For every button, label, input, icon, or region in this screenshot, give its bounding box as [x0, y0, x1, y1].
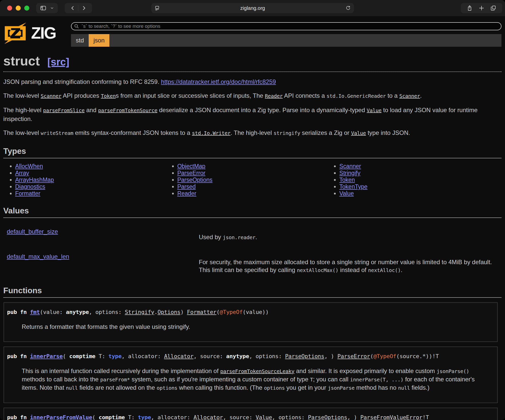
inline-link[interactable]: ParseOptions	[308, 414, 347, 420]
inline-link[interactable]: Reader	[265, 93, 283, 99]
function-block-fmt: pub fn fmt(value: anytype, options: Stri…	[4, 302, 498, 342]
type-list-item: Scanner	[339, 163, 501, 170]
value-link-default-max-value-len[interactable]: default_max_value_len	[7, 253, 69, 260]
inline-text: , allocator:	[122, 353, 164, 359]
inline-text: , options:	[249, 353, 285, 359]
inline-text: (value:	[40, 309, 66, 315]
inline-link[interactable]: parseFromTokenSourceLeaky	[220, 368, 295, 374]
close-window-button[interactable]	[7, 6, 12, 11]
inline-link[interactable]: Allocator	[194, 414, 223, 420]
type-link[interactable]: Formatter	[15, 190, 40, 197]
sidebar-control-group	[36, 3, 58, 13]
inline-link[interactable]: Allocator	[164, 353, 194, 359]
search-icon	[74, 24, 79, 29]
inline-link[interactable]: parseFromSlice	[43, 107, 84, 113]
browser-window: ziglang.org	[0, 0, 505, 420]
inline-link[interactable]: std.Io.Writer	[192, 130, 231, 136]
inline-link[interactable]: Token	[101, 93, 116, 99]
inline-link[interactable]: Options	[158, 309, 181, 315]
sidebar-icon	[40, 5, 46, 11]
inline-text: , options:	[272, 414, 308, 420]
inline-text: @TypeOf	[220, 309, 243, 315]
tab-std[interactable]: std	[71, 34, 89, 47]
type-link[interactable]: Value	[339, 190, 354, 197]
inline-link[interactable]: ParseFromValueError	[360, 414, 422, 420]
site-header: ZIG std json	[0, 16, 505, 47]
inline-text: method has no	[355, 384, 398, 391]
window-actions-group	[461, 3, 502, 13]
inline-text: anytype	[226, 353, 249, 359]
inline-link[interactable]: innerParseFromValue	[30, 414, 92, 420]
type-link[interactable]: AllocWhen	[15, 163, 43, 169]
search-input[interactable]	[71, 22, 501, 30]
type-list-item: Parsed	[177, 183, 340, 190]
inline-text: jsonParse()	[437, 368, 469, 374]
values-heading: Values	[3, 206, 501, 218]
tab-json[interactable]: json	[89, 34, 109, 47]
intro-paragraph: The low-level writeStream emits syntax-c…	[3, 129, 501, 137]
traffic-lights	[7, 6, 29, 11]
inline-link[interactable]: Scanner	[399, 93, 420, 99]
type-link[interactable]: Reader	[177, 190, 196, 197]
inline-text: .	[401, 266, 402, 273]
type-link[interactable]: ObjectMap	[177, 163, 205, 169]
inline-link[interactable]: parseFromTokenSource	[98, 107, 157, 113]
type-link[interactable]: Parsed	[177, 183, 196, 190]
inline-text: stringify	[274, 130, 300, 136]
type-link[interactable]: TokenType	[339, 183, 367, 190]
type-link[interactable]: ParseOptions	[177, 177, 212, 183]
inline-link[interactable]: fmt	[30, 309, 40, 315]
type-link[interactable]: ArrayHashMap	[15, 177, 54, 183]
new-tab-button[interactable]	[478, 5, 485, 11]
inline-text: . The high-level	[230, 129, 273, 136]
inline-text: system, such as if you're implementing a…	[130, 376, 310, 383]
inline-link[interactable]: Formatter	[187, 309, 217, 315]
inline-link[interactable]: Value	[256, 414, 272, 420]
tabs-overview-icon	[490, 5, 496, 11]
reload-icon	[345, 5, 351, 11]
inline-link[interactable]: ParseOptions	[285, 353, 324, 359]
inline-text: options	[264, 385, 285, 391]
inline-text: @TypeOf	[373, 353, 396, 359]
inline-link[interactable]: Scanner	[41, 93, 61, 99]
share-icon	[467, 5, 473, 11]
inline-link[interactable]: https://datatracker.ietf.org/doc/html/rf…	[161, 78, 276, 85]
inline-link[interactable]: innerParse	[30, 353, 63, 359]
src-link[interactable]: [src]	[47, 56, 69, 68]
inline-text: This is an internal function called recu…	[22, 367, 220, 374]
inline-link[interactable]: ParseError	[338, 353, 370, 359]
inline-link[interactable]: Value	[351, 130, 366, 136]
inline-text: fields are not allowed on the	[78, 384, 157, 391]
sidebar-menu-chevron-button[interactable]	[50, 6, 54, 10]
inline-link[interactable]: Value	[367, 107, 381, 113]
share-button[interactable]	[467, 5, 473, 11]
inline-text: (source.*))!T	[396, 353, 439, 359]
inline-text: API connects a	[283, 92, 326, 99]
navigation-group	[65, 3, 92, 13]
minimize-window-button[interactable]	[16, 6, 21, 11]
inline-text: ; you can call	[313, 376, 350, 383]
type-link[interactable]: ParseError	[177, 170, 205, 176]
type-link[interactable]: Array	[15, 170, 29, 176]
inline-text: Used by	[199, 234, 223, 240]
inline-text: )	[180, 309, 187, 315]
type-link[interactable]: Token	[339, 177, 355, 183]
page-settings-button[interactable]	[154, 5, 160, 11]
sidebar-toggle-button[interactable]	[40, 5, 46, 11]
zig-logo[interactable]: ZIG	[3, 22, 66, 44]
inline-text: .	[154, 309, 158, 315]
reload-button[interactable]	[345, 5, 351, 11]
url-text[interactable]: ziglang.org	[160, 5, 345, 11]
type-link[interactable]: Diagnostics	[15, 183, 45, 190]
tab-overview-button[interactable]	[490, 5, 496, 11]
inline-link[interactable]: Stringify	[125, 309, 154, 315]
back-button[interactable]	[70, 5, 76, 11]
value-row: default_max_value_len For security, the …	[3, 253, 501, 274]
inline-text: T	[310, 377, 313, 383]
type-link[interactable]: Stringify	[339, 170, 360, 176]
value-link-default-buffer-size[interactable]: default_buffer_size	[7, 228, 58, 235]
type-link[interactable]: Scanner	[339, 163, 361, 169]
address-bar[interactable]: ziglang.org	[151, 3, 354, 13]
forward-button[interactable]	[81, 5, 87, 11]
zoom-window-button[interactable]	[24, 6, 29, 11]
